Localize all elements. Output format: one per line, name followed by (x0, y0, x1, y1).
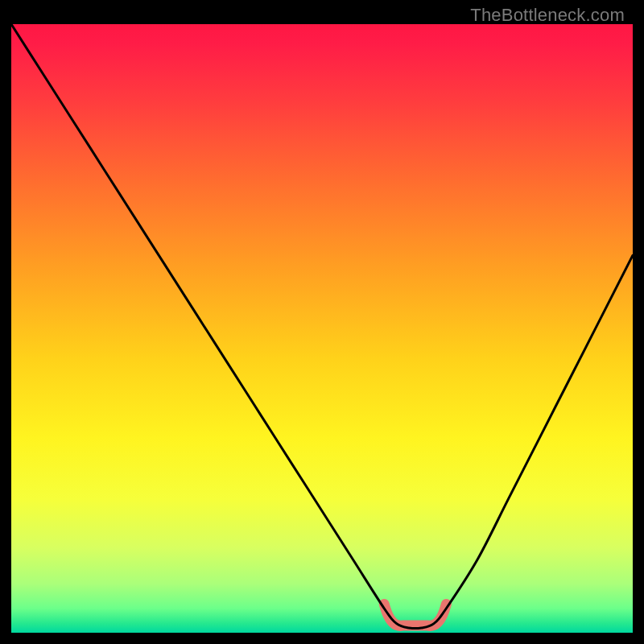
watermark-text: TheBottleneck.com (470, 5, 625, 26)
gradient-background (11, 24, 633, 633)
chart-frame: TheBottleneck.com (11, 0, 633, 633)
bottleneck-chart (11, 0, 633, 633)
